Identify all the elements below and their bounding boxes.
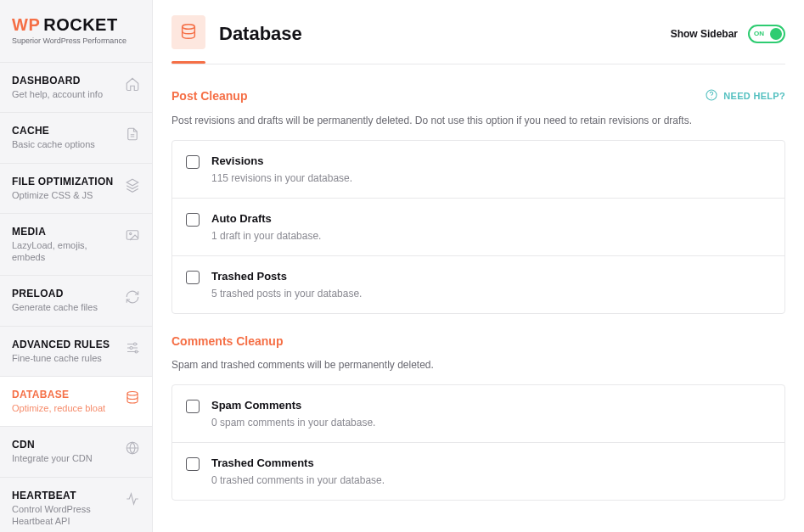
- section-title: Comments Cleanup: [171, 334, 283, 348]
- option-row: Revisions115 revisions in your database.: [172, 141, 784, 198]
- sidebar-item-title: HEARTBEAT: [12, 490, 118, 501]
- brand-wp: WP: [12, 15, 40, 35]
- sidebar-item-title: ADVANCED RULES: [12, 339, 118, 350]
- option-row: Auto Drafts1 draft in your database.: [172, 198, 784, 255]
- section-desc: Post revisions and drafts will be perman…: [171, 114, 785, 128]
- option-label: Auto Drafts: [211, 212, 321, 225]
- brand: WP ROCKET Superior WordPress Performance: [0, 0, 152, 62]
- svg-point-2: [134, 343, 137, 345]
- option-sub: 5 trashed posts in your database.: [211, 288, 362, 300]
- sidebar-item-database[interactable]: DATABASEOptimize, reduce bloat: [0, 376, 152, 426]
- sidebar-item-dashboard[interactable]: DASHBOARDGet help, account info: [0, 62, 152, 112]
- active-tab-indicator: [171, 61, 205, 64]
- option-sub: 0 trashed comments in your database.: [211, 474, 385, 486]
- section-post-cleanup: Post CleanupNEED HELP?Post revisions and…: [171, 88, 785, 314]
- section-desc: Spam and trashed comments will be perman…: [171, 358, 785, 372]
- sidebar-nav: DASHBOARDGet help, account infoCACHEBasi…: [0, 62, 152, 532]
- svg-point-3: [130, 346, 132, 349]
- page-header: Database Show Sidebar ON: [171, 15, 785, 64]
- sidebar-item-sub: Generate cache files: [12, 301, 118, 313]
- sidebar: WP ROCKET Superior WordPress Performance…: [0, 0, 153, 532]
- activity-icon: [125, 491, 140, 507]
- sidebar-item-sub: Optimize, reduce bloat: [12, 402, 118, 414]
- option-sub: 1 draft in your database.: [211, 230, 321, 242]
- sidebar-item-title: CACHE: [12, 125, 118, 137]
- checkbox[interactable]: [186, 271, 200, 284]
- brand-name: ROCKET: [43, 15, 117, 35]
- sidebar-item-preload[interactable]: PRELOADGenerate cache files: [0, 275, 152, 325]
- sidebar-item-title: FILE OPTIMIZATION: [12, 176, 118, 188]
- globe-icon: [125, 440, 140, 456]
- help-icon: [705, 88, 718, 104]
- option-row: Trashed Comments0 trashed comments in yo…: [172, 442, 784, 500]
- checkbox[interactable]: [186, 213, 200, 227]
- option-label: Spam Comments: [211, 399, 375, 412]
- sidebar-item-advanced-rules[interactable]: ADVANCED RULESFine-tune cache rules: [0, 326, 152, 376]
- checkbox[interactable]: [186, 400, 200, 413]
- sidebar-item-sub: Get help, account info: [12, 88, 118, 100]
- content: Post CleanupNEED HELP?Post revisions and…: [171, 64, 785, 526]
- sidebar-item-cache[interactable]: CACHEBasic cache options: [0, 112, 152, 162]
- sidebar-item-sub: Optimize CSS & JS: [12, 189, 118, 201]
- checkbox[interactable]: [186, 457, 200, 471]
- option-sub: 0 spam comments in your database.: [211, 417, 375, 428]
- sidebar-item-title: MEDIA: [12, 226, 118, 238]
- image-icon: [125, 227, 140, 243]
- option-label: Trashed Posts: [211, 270, 362, 283]
- show-sidebar-label: Show Sidebar: [671, 28, 738, 40]
- sidebar-item-title: PRELOAD: [12, 288, 118, 300]
- layers-icon: [125, 177, 140, 193]
- svg-point-7: [183, 25, 195, 29]
- sidebar-item-sub: Integrate your CDN: [12, 452, 118, 464]
- svg-point-9: [711, 98, 712, 98]
- option-label: Revisions: [211, 154, 352, 167]
- database-icon: [125, 390, 140, 406]
- sidebar-item-media[interactable]: MEDIALazyLoad, emojis, embeds: [0, 213, 152, 276]
- section-title: Post Cleanup: [171, 89, 247, 103]
- toggle-knob: [770, 28, 782, 40]
- option-list: Spam Comments0 spam comments in your dat…: [171, 384, 785, 501]
- sidebar-item-title: DASHBOARD: [12, 75, 118, 87]
- sliders-icon: [125, 340, 140, 356]
- svg-point-5: [127, 392, 138, 396]
- checkbox[interactable]: [186, 155, 200, 169]
- sidebar-item-sub: LazyLoad, emojis, embeds: [12, 239, 118, 264]
- toggle-on-text: ON: [754, 30, 764, 37]
- need-help-label: NEED HELP?: [723, 91, 785, 101]
- show-sidebar-toggle[interactable]: ON: [748, 25, 785, 43]
- option-row: Spam Comments0 spam comments in your dat…: [172, 385, 784, 442]
- page-title: Database: [219, 23, 302, 45]
- sidebar-item-sub: Fine-tune cache rules: [12, 352, 118, 364]
- option-label: Trashed Comments: [211, 456, 385, 469]
- database-icon: [171, 15, 205, 49]
- file-icon: [125, 126, 140, 142]
- brand-tagline: Superior WordPress Performance: [12, 36, 140, 45]
- sidebar-item-heartbeat[interactable]: HEARTBEATControl WordPress Heartbeat API: [0, 477, 152, 532]
- option-list: Revisions115 revisions in your database.…: [171, 140, 785, 314]
- section-comments-cleanup: Comments CleanupSpam and trashed comment…: [171, 334, 785, 501]
- refresh-icon: [125, 289, 140, 305]
- main: Database Show Sidebar ON Post CleanupNEE…: [153, 0, 804, 532]
- sidebar-item-title: CDN: [12, 439, 118, 451]
- home-icon: [125, 76, 140, 92]
- sidebar-item-sub: Basic cache options: [12, 138, 118, 150]
- option-sub: 115 revisions in your database.: [211, 172, 352, 184]
- sidebar-item-title: DATABASE: [12, 389, 118, 400]
- svg-point-1: [130, 232, 132, 234]
- sidebar-item-sub: Control WordPress Heartbeat API: [12, 503, 118, 528]
- sidebar-item-cdn[interactable]: CDNIntegrate your CDN: [0, 426, 152, 476]
- option-row: Trashed Posts5 trashed posts in your dat…: [172, 255, 784, 313]
- sidebar-item-file-optimization[interactable]: FILE OPTIMIZATIONOptimize CSS & JS: [0, 163, 152, 213]
- need-help-link[interactable]: NEED HELP?: [705, 88, 785, 104]
